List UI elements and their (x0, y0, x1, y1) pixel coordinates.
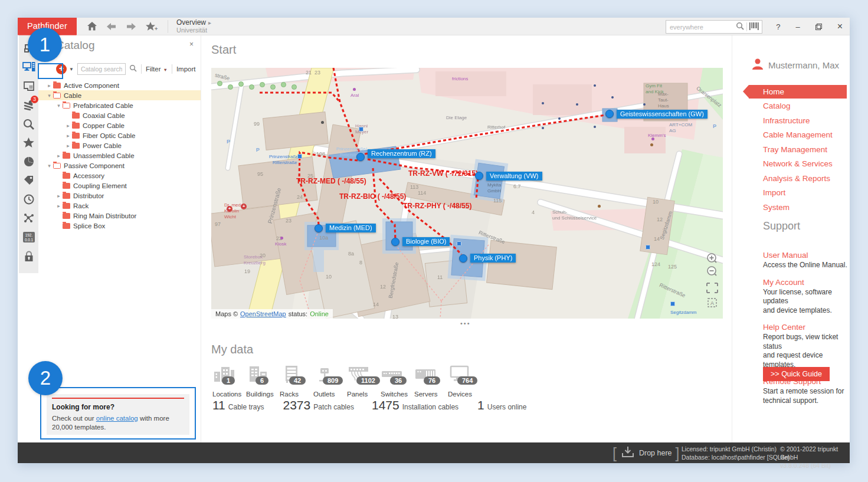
menu-item-home[interactable]: Home (749, 85, 847, 99)
tree-item[interactable]: ▸Power Cable (38, 140, 201, 150)
stat-racks[interactable]: 42Racks (280, 365, 313, 398)
search-module-icon[interactable] (19, 114, 38, 133)
stat-outlets[interactable]: 809Outlets (313, 365, 347, 398)
tree-item[interactable]: ▸Rack (38, 201, 201, 211)
catalog-filter-button[interactable]: Filter▼ (146, 65, 168, 73)
ip-line2: 0.0.1 (24, 238, 33, 242)
menu-item-tray-management[interactable]: Tray Management (732, 143, 850, 158)
building-label[interactable]: Verwaltung (VW) (486, 172, 542, 181)
tools-icon[interactable]: 3 (19, 96, 38, 114)
topology-icon[interactable] (19, 209, 38, 228)
building-label[interactable]: Rechenzentrum (RZ) (368, 149, 435, 158)
security-lock-icon[interactable] (19, 247, 38, 265)
tree-item[interactable]: ▸Active Component (38, 80, 201, 90)
menu-item-network-services[interactable]: Network & Services (732, 157, 850, 172)
history-icon[interactable] (19, 190, 38, 209)
building-label[interactable]: Medizin (MED) (326, 224, 376, 232)
favorite-add-icon[interactable]: + (145, 21, 158, 32)
global-search-input[interactable] (666, 24, 736, 31)
tree-item[interactable]: Coaxial Cable (38, 110, 201, 120)
breadcrumb[interactable]: Overview▸ Universität (176, 19, 211, 34)
reports-pie-icon[interactable] (19, 152, 38, 171)
menu-item-cable-management[interactable]: Cable Management (732, 128, 850, 143)
expander-icon[interactable]: ▸ (55, 193, 63, 199)
catalog-search-icon[interactable] (129, 64, 137, 74)
expander-icon[interactable]: ▸ (55, 203, 63, 209)
folder-icon (72, 143, 80, 149)
tree-item[interactable]: ▸Copper Cable (38, 120, 201, 130)
stat-servers[interactable]: 76Servers (414, 365, 448, 398)
help-button[interactable]: ? (776, 22, 780, 31)
menu-item-import[interactable]: Import (732, 186, 850, 201)
building-marker[interactable] (356, 153, 365, 161)
building-marker[interactable] (459, 254, 467, 263)
home-icon[interactable] (87, 21, 97, 31)
catalog-search-input[interactable] (77, 63, 126, 75)
back-icon[interactable] (106, 22, 117, 31)
stat-label: Switches (381, 391, 414, 398)
building-marker[interactable] (315, 224, 323, 232)
tree-item[interactable]: Ring Main Distributor (38, 211, 201, 221)
minimize-button[interactable]: – (795, 22, 800, 31)
tree-item[interactable]: Accessory (38, 170, 201, 181)
building-marker[interactable] (475, 172, 483, 180)
catalog-import-button[interactable]: Import (176, 65, 196, 73)
stat-locations[interactable]: 1Locations (212, 365, 246, 398)
global-search[interactable] (666, 20, 762, 34)
building-marker[interactable] (391, 238, 399, 246)
tree-item[interactable]: ▸Fiber Optic Cable (38, 130, 201, 140)
tree-item[interactable]: ▸Distributor (38, 191, 201, 201)
barcode-scan-icon[interactable] (749, 22, 759, 32)
favorites-icon[interactable] (19, 133, 38, 152)
user-account[interactable]: Mustermann, Max (751, 58, 839, 73)
quick-guide-button[interactable]: >> Quick Guide (763, 367, 830, 381)
tree-item[interactable]: Coupling Element (38, 181, 201, 191)
tree-item[interactable]: ▸Unassembled Cable (38, 150, 201, 160)
expander-icon[interactable]: ▸ (55, 153, 63, 159)
stat-panels[interactable]: 1102Panels (347, 365, 381, 398)
building-marker[interactable] (605, 110, 614, 118)
expander-icon[interactable]: ▸ (64, 133, 72, 139)
building-label[interactable]: Geisteswissenschaften (GW) (617, 110, 707, 119)
close-button[interactable]: × (837, 21, 843, 32)
tree-item[interactable]: Splice Box (38, 221, 201, 231)
tags-icon[interactable] (19, 171, 38, 190)
catalog-add-caret-icon[interactable]: ▼ (69, 67, 74, 72)
tree-item[interactable]: ▾Passive Component (38, 160, 201, 170)
expander-icon[interactable]: ▾ (55, 103, 63, 109)
map-resize-handle[interactable]: ••• (460, 320, 471, 327)
stat-count-badge: 764 (457, 376, 477, 385)
menu-item-analysis-reports[interactable]: Analysis & Reports (732, 172, 850, 186)
building-label[interactable]: Biologie (BIO) (402, 237, 450, 246)
support-link-title[interactable]: My Account (763, 278, 851, 287)
expander-icon[interactable]: ▸ (45, 83, 53, 88)
campus-map[interactable]: PrinzenstraßeBergfriedstraßeRitterstraße… (211, 68, 723, 319)
catalog-close-icon[interactable]: × (189, 40, 194, 48)
floorplan-icon[interactable] (19, 77, 38, 96)
tree-item[interactable]: ▾Cable (38, 90, 201, 100)
stat-devices[interactable]: 764Devices (448, 365, 482, 398)
map-controls[interactable]: A (705, 253, 719, 312)
drop-target[interactable]: [ Drop here ] (612, 442, 680, 463)
ip-addresses-icon[interactable]: 192.0.0.1 (19, 228, 38, 247)
expander-icon[interactable]: ▾ (45, 93, 53, 99)
search-icon[interactable] (736, 22, 744, 32)
workplace-icon[interactable] (19, 58, 38, 77)
drop-download-icon (620, 445, 636, 461)
menu-item-infrastructure[interactable]: Infrastructure (732, 114, 850, 129)
restore-button[interactable] (815, 24, 822, 30)
menu-item-catalog[interactable]: Catalog (732, 99, 850, 114)
expander-icon[interactable]: ▾ (45, 163, 53, 169)
expander-icon[interactable]: ▸ (64, 143, 72, 149)
support-link-title[interactable]: Help Center (763, 323, 851, 332)
stat-buildings[interactable]: 6Buildings (246, 365, 280, 398)
online-catalog-link[interactable]: online catalog (96, 415, 138, 422)
building-label[interactable]: Physik (PHY) (470, 254, 516, 263)
forward-icon[interactable] (126, 22, 136, 31)
openstreetmap-link[interactable]: OpenStreetMap (240, 310, 286, 317)
tree-item[interactable]: ▾Prefabricated Cable (38, 100, 201, 110)
expander-icon[interactable]: ▸ (64, 123, 72, 129)
support-link-title[interactable]: User Manual (763, 251, 851, 260)
menu-item-system[interactable]: System (732, 201, 850, 215)
stat-switches[interactable]: 36Switches (381, 365, 414, 398)
